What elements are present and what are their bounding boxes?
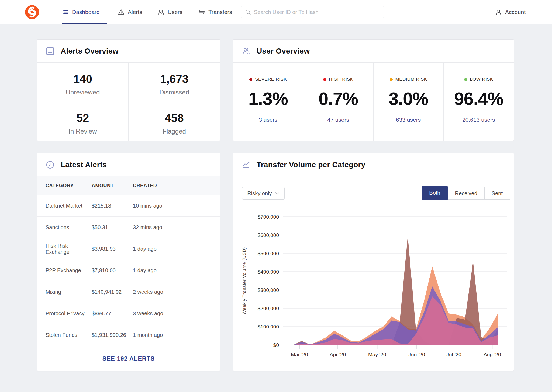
users-icon — [242, 47, 251, 56]
stat-value: 1,673 — [129, 74, 220, 85]
list-icon — [62, 9, 69, 15]
stat-flagged: 458 Flagged — [129, 102, 220, 141]
severe-risk-dot — [249, 78, 252, 81]
svg-text:$200,000: $200,000 — [258, 306, 279, 311]
cell-created: 3 weeks ago — [133, 310, 220, 317]
alerts-overview-header: Alerts Overview — [37, 40, 220, 63]
stat-value: 140 — [37, 74, 128, 85]
svg-text:$600,000: $600,000 — [258, 232, 279, 238]
active-tab-underline — [62, 23, 107, 24]
cell-amount: $215.18 — [92, 203, 133, 209]
cell-amount: $140,941.92 — [92, 289, 133, 295]
cell-created: 10 mins ago — [133, 203, 220, 209]
risk-label: HIGH RISK — [329, 77, 353, 82]
alerts-overview-stats: 140 Unreviewed 1,673 Dismissed 52 In Rev… — [37, 63, 220, 141]
cell-category: P2P Exchange — [46, 267, 92, 274]
nav-item-users[interactable]: Users — [158, 0, 182, 24]
cell-amount: $894.77 — [92, 310, 133, 317]
table-row[interactable]: Stolen Funds $1,931,990.26 1 month ago — [37, 324, 220, 346]
brand-logo[interactable] — [25, 5, 39, 19]
column-header-category: CATEGORY — [46, 183, 92, 188]
card-title: Transfer Volume per Category — [257, 160, 365, 169]
transfer-volume-card: Transfer Volume per Category Risky only … — [233, 153, 514, 371]
risk-percent: 96.4% — [444, 89, 514, 109]
table-row[interactable]: Mixing $140,941.92 2 weeks ago — [37, 281, 220, 303]
table-row[interactable]: P2P Exchange $7,810.00 1 day ago — [37, 260, 220, 281]
transfer-volume-chart: $0$100,000$200,000$300,000$400,000$500,0… — [233, 176, 514, 371]
cell-amount: $3,981.93 — [92, 246, 133, 252]
table-row[interactable]: Protocol Privacy $894.77 3 weeks ago — [37, 303, 220, 324]
risk-label-row: LOW RISK — [464, 77, 493, 82]
risk-label-row: SEVERE RISK — [249, 77, 287, 82]
cell-category: Sanctions — [46, 224, 92, 230]
stat-in-review: 52 In Review — [37, 102, 129, 141]
stat-value: 458 — [129, 113, 220, 124]
risk-users-link[interactable]: 20,613 users — [444, 117, 514, 123]
cell-category: Protocol Privacy — [46, 310, 92, 317]
risk-percent: 3.0% — [374, 89, 443, 109]
search-icon — [245, 9, 251, 15]
cell-category: Darknet Market — [46, 203, 92, 209]
search-input[interactable] — [241, 6, 384, 18]
alerts-overview-card: Alerts Overview 140 Unreviewed 1,673 Dis… — [37, 39, 220, 141]
nav-label-dashboard: Dashboard — [72, 9, 100, 15]
risk-label-row: MEDIUM RISK — [390, 77, 427, 82]
cell-amount: $7,810.00 — [92, 267, 133, 274]
nav-separator — [189, 8, 189, 16]
risk-label: SEVERE RISK — [255, 77, 287, 82]
nav-separator — [149, 8, 149, 16]
transfer-volume-header: Transfer Volume per Category — [233, 153, 514, 176]
user-overview-header: User Overview — [233, 40, 514, 63]
svg-text:Mar ’20: Mar ’20 — [291, 352, 308, 357]
risk-users-link[interactable]: 3 users — [233, 117, 303, 123]
column-header-amount: AMOUNT — [92, 183, 133, 188]
nav-item-dashboard[interactable]: Dashboard — [62, 0, 100, 24]
medium-risk-dot — [390, 78, 393, 81]
cell-amount: $50.31 — [92, 224, 133, 230]
nav-label-alerts: Alerts — [128, 9, 142, 15]
nav-item-transfers[interactable]: Transfers — [198, 0, 232, 24]
table-header-row: CATEGORY AMOUNT CREATED — [37, 176, 220, 195]
global-search — [241, 6, 384, 18]
svg-text:May ’20: May ’20 — [368, 352, 386, 357]
cell-category: Stolen Funds — [46, 332, 92, 338]
cell-created: 2 weeks ago — [133, 289, 220, 295]
user-overview-segments: SEVERE RISK 1.3% 3 users HIGH RISK 0.7% … — [233, 63, 514, 141]
toggle-both-button[interactable]: Both — [422, 186, 448, 200]
risk-segment-high: HIGH RISK 0.7% 47 users — [303, 63, 373, 141]
cell-created: 1 day ago — [133, 246, 220, 252]
nav-item-alerts[interactable]: Alerts — [118, 0, 142, 24]
table-row[interactable]: Sanctions $50.31 32 mins ago — [37, 217, 220, 238]
card-title: Latest Alerts — [61, 160, 107, 169]
risk-label: LOW RISK — [470, 77, 493, 82]
card-title: User Overview — [257, 47, 310, 55]
svg-text:$500,000: $500,000 — [258, 251, 279, 256]
svg-text:Apr ’20: Apr ’20 — [330, 352, 346, 357]
top-nav: Dashboard Alerts Users Transfers — [0, 0, 552, 24]
cell-category: Mixing — [46, 289, 92, 295]
person-icon — [495, 9, 502, 15]
cell-created: 1 day ago — [133, 267, 220, 274]
stat-label: In Review — [37, 128, 128, 135]
risk-segment-severe: SEVERE RISK 1.3% 3 users — [233, 63, 303, 141]
cell-created: 32 mins ago — [133, 224, 220, 230]
table-row[interactable]: Hisk Risk Exchange $3,981.93 1 day ago — [37, 238, 220, 260]
svg-text:$100,000: $100,000 — [258, 324, 279, 330]
line-chart-icon — [242, 160, 251, 169]
risk-segment-medium: MEDIUM RISK 3.0% 633 users — [374, 63, 444, 141]
svg-text:$300,000: $300,000 — [258, 287, 279, 293]
cell-amount: $1,931,990.26 — [92, 332, 133, 338]
alert-triangle-icon — [118, 9, 125, 15]
cell-category: Hisk Risk Exchange — [46, 243, 92, 255]
account-label: Account — [505, 9, 526, 15]
table-row[interactable]: Darknet Market $215.18 10 mins ago — [37, 195, 220, 217]
nav-label-users: Users — [168, 9, 182, 15]
clock-icon — [46, 160, 55, 169]
risk-users-link[interactable]: 633 users — [374, 117, 443, 123]
stat-label: Flagged — [129, 128, 220, 135]
account-menu[interactable]: Account — [495, 0, 526, 24]
risk-percent: 1.3% — [233, 89, 303, 109]
risk-users-link[interactable]: 47 users — [303, 117, 373, 123]
risk-percent: 0.7% — [303, 89, 373, 109]
see-all-alerts-link[interactable]: SEE 192 ALERTS — [37, 346, 220, 371]
